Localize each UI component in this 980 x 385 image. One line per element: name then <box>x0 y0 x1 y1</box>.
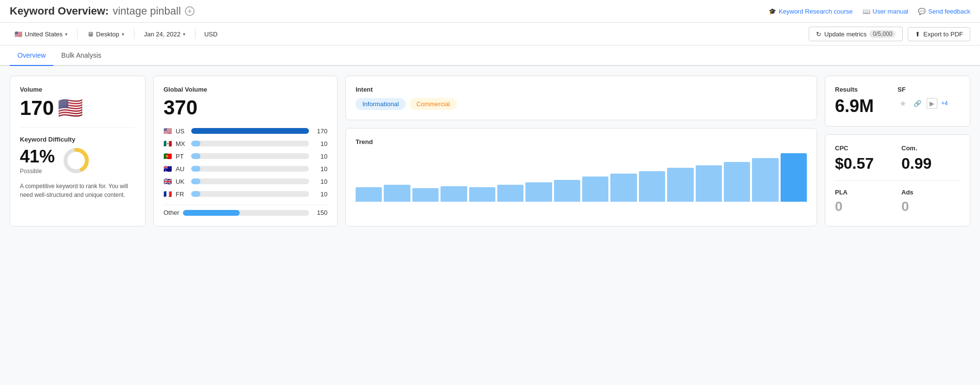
results-sf-card: Results 6.9M SF ★ 🔗 ▶ +4 <box>825 76 970 127</box>
badge-commercial: Commercial <box>409 98 457 110</box>
trend-card: Trend <box>345 128 817 226</box>
divider <box>835 180 960 181</box>
trend-bar <box>667 168 693 202</box>
trend-bar <box>497 185 523 202</box>
intent-card: Intent Informational Commercial <box>345 76 817 120</box>
trend-bar <box>356 187 382 202</box>
main-content: Volume 170 🇺🇸 Keyword Difficulty 41% Pos… <box>0 66 980 236</box>
ads-value: 0 <box>901 199 960 214</box>
chevron-down-icon: ▾ <box>65 32 67 37</box>
sf-section: SF ★ 🔗 ▶ +4 <box>898 86 960 116</box>
title-prefix: Keyword Overview: <box>10 5 109 17</box>
date-filter[interactable]: Jan 24, 2022 ▾ <box>139 29 190 40</box>
manual-link[interactable]: 📖 User manual <box>863 8 909 15</box>
results-cpc-column: Results 6.9M SF ★ 🔗 ▶ +4 CPC <box>825 76 970 226</box>
bar-background <box>191 141 309 146</box>
cpc-section: CPC $0.57 <box>835 144 894 173</box>
top-bar-actions: 🎓 Keyword Research course 📖 User manual … <box>768 8 970 15</box>
volume-value: 170 🇺🇸 <box>20 96 135 120</box>
course-link[interactable]: 🎓 Keyword Research course <box>768 8 852 15</box>
trend-bar <box>384 185 410 202</box>
list-item: 🇫🇷 FR 10 <box>163 190 327 198</box>
trend-bar-chart <box>356 153 807 202</box>
title-keyword: vintage pinball <box>113 5 181 17</box>
badge-informational: Informational <box>356 98 406 110</box>
kd-value: 41% <box>20 146 55 167</box>
intent-label: Intent <box>356 86 807 93</box>
intent-trend-column: Intent Informational Commercial Trend <box>345 76 817 226</box>
cpc-label: CPC <box>835 144 894 152</box>
results-value: 6.9M <box>835 96 898 116</box>
bar-fill <box>191 153 200 159</box>
kd-sub-label: Possible <box>20 168 55 175</box>
trend-bar <box>696 165 722 202</box>
results-section: Results 6.9M <box>835 86 898 116</box>
kd-description: A competitive keyword to rank for. You w… <box>20 182 135 199</box>
us-flag-icon: 🇺🇸 <box>58 96 83 120</box>
other-row: Other 150 <box>163 205 327 216</box>
volume-card: Volume 170 🇺🇸 Keyword Difficulty 41% Pos… <box>10 76 146 226</box>
filters: 🇺🇸 United States ▾ 🖥 Desktop ▾ Jan 24, 2… <box>10 29 221 40</box>
bar-background <box>191 153 309 159</box>
country-list: 🇺🇸 US 170 🇲🇽 MX 10 🇵🇹 PT <box>163 127 327 216</box>
bar-background <box>191 128 309 134</box>
video-icon: ▶ <box>927 98 937 109</box>
tab-bulk-analysis[interactable]: Bulk Analysis <box>53 46 109 66</box>
bar-fill <box>191 166 200 172</box>
sf-icons: ★ 🔗 ▶ +4 <box>898 98 960 109</box>
device-filter[interactable]: 🖥 Desktop ▾ <box>82 29 129 40</box>
com-value: 0.99 <box>901 155 960 173</box>
trend-label: Trend <box>356 138 807 145</box>
manual-icon: 📖 <box>863 8 870 15</box>
bar-fill <box>191 141 200 146</box>
trend-bar <box>554 180 580 202</box>
trend-bar <box>610 174 637 202</box>
kd-donut-chart <box>62 146 91 175</box>
flag-icon: 🇫🇷 <box>163 190 172 198</box>
global-volume-value: 370 <box>163 96 327 119</box>
divider <box>77 29 78 39</box>
com-section: Com. 0.99 <box>901 144 960 173</box>
add-keyword-icon[interactable]: + <box>185 6 195 16</box>
divider <box>195 29 196 39</box>
desktop-icon: 🖥 <box>87 31 94 38</box>
us-flag-icon: 🇺🇸 <box>15 31 22 38</box>
currency-label: USD <box>200 29 221 40</box>
tabs-bar: Overview Bulk Analysis <box>0 46 980 66</box>
list-item: 🇵🇹 PT 10 <box>163 152 327 160</box>
other-label: Other <box>163 209 179 216</box>
page-title: Keyword Overview: vintage pinball + <box>10 5 195 17</box>
flag-icon: 🇲🇽 <box>163 140 172 147</box>
cpc-value: $0.57 <box>835 155 894 173</box>
list-item: 🇺🇸 US 170 <box>163 127 327 135</box>
bar-background <box>191 166 309 172</box>
export-pdf-button[interactable]: ⬆ Export to PDF <box>908 27 970 41</box>
trend-bar <box>469 187 495 202</box>
trend-bar <box>752 158 778 202</box>
results-label: Results <box>835 86 898 93</box>
trend-bar <box>412 188 439 202</box>
sf-more[interactable]: +4 <box>941 100 948 107</box>
bar-background <box>191 191 309 197</box>
cpc-card: CPC $0.57 Com. 0.99 PLA 0 Ads 0 <box>825 134 970 226</box>
list-item: 🇦🇺 AU 10 <box>163 165 327 173</box>
trend-bar <box>582 176 608 202</box>
pla-section: PLA 0 <box>835 189 894 214</box>
sub-bar-actions: ↻ Update metrics 0/5,000 ⬆ Export to PDF <box>809 27 970 41</box>
feedback-icon: 💬 <box>918 8 926 15</box>
intent-badges: Informational Commercial <box>356 98 807 110</box>
update-metrics-button[interactable]: ↻ Update metrics 0/5,000 <box>809 27 903 41</box>
chevron-down-icon: ▾ <box>122 32 124 37</box>
link-icon: 🔗 <box>912 98 923 109</box>
update-metrics-badge: 0/5,000 <box>869 30 896 38</box>
flag-icon: 🇵🇹 <box>163 152 172 160</box>
tab-overview[interactable]: Overview <box>10 46 53 66</box>
feedback-link[interactable]: 💬 Send feedback <box>918 8 970 15</box>
sub-bar: 🇺🇸 United States ▾ 🖥 Desktop ▾ Jan 24, 2… <box>0 23 980 46</box>
ads-label: Ads <box>901 189 960 196</box>
kd-label: Keyword Difficulty <box>20 136 135 143</box>
country-filter[interactable]: 🇺🇸 United States ▾ <box>10 29 72 40</box>
list-item: 🇬🇧 UK 10 <box>163 177 327 185</box>
bar-background <box>183 210 309 216</box>
global-volume-card: Global Volume 370 🇺🇸 US 170 🇲🇽 MX 10 <box>153 76 338 226</box>
